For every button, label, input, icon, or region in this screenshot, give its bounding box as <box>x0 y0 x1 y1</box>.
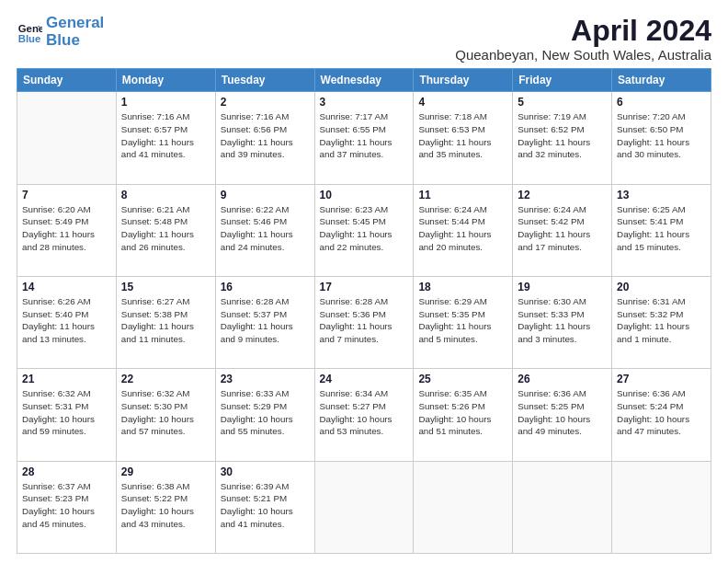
table-row: 26Sunrise: 6:36 AM Sunset: 5:25 PM Dayli… <box>513 369 612 461</box>
day-info: Sunrise: 7:18 AM Sunset: 6:53 PM Dayligh… <box>418 110 507 161</box>
table-row: 15Sunrise: 6:27 AM Sunset: 5:38 PM Dayli… <box>116 276 215 368</box>
table-row: 18Sunrise: 6:29 AM Sunset: 5:35 PM Dayli… <box>414 276 513 368</box>
logo: General Blue GeneralBlue <box>17 15 104 49</box>
table-row: 23Sunrise: 6:33 AM Sunset: 5:29 PM Dayli… <box>215 369 314 461</box>
day-info: Sunrise: 6:38 AM Sunset: 5:22 PM Dayligh… <box>121 480 210 531</box>
title-block: April 2024 Queanbeyan, New South Wales, … <box>455 15 711 63</box>
col-thursday: Thursday <box>414 69 513 92</box>
day-info: Sunrise: 6:30 AM Sunset: 5:33 PM Dayligh… <box>518 295 607 346</box>
day-number: 5 <box>518 96 607 109</box>
table-row <box>612 461 711 553</box>
table-row: 29Sunrise: 6:38 AM Sunset: 5:22 PM Dayli… <box>116 461 215 553</box>
table-row: 20Sunrise: 6:31 AM Sunset: 5:32 PM Dayli… <box>612 276 711 368</box>
table-row: 2Sunrise: 7:16 AM Sunset: 6:56 PM Daylig… <box>215 92 314 184</box>
col-wednesday: Wednesday <box>314 69 414 92</box>
calendar-header-row: Sunday Monday Tuesday Wednesday Thursday… <box>17 69 711 92</box>
day-number: 2 <box>221 96 310 109</box>
page: General Blue GeneralBlue April 2024 Quea… <box>0 0 728 563</box>
table-row: 24Sunrise: 6:34 AM Sunset: 5:27 PM Dayli… <box>314 369 414 461</box>
day-number: 19 <box>518 281 607 293</box>
day-number: 9 <box>221 189 310 201</box>
table-row: 19Sunrise: 6:30 AM Sunset: 5:33 PM Dayli… <box>513 276 612 368</box>
day-info: Sunrise: 6:31 AM Sunset: 5:32 PM Dayligh… <box>617 295 706 346</box>
table-row: 10Sunrise: 6:23 AM Sunset: 5:45 PM Dayli… <box>314 184 414 276</box>
day-number: 29 <box>121 465 210 478</box>
table-row: 4Sunrise: 7:18 AM Sunset: 6:53 PM Daylig… <box>414 92 513 184</box>
day-info: Sunrise: 6:23 AM Sunset: 5:45 PM Dayligh… <box>320 203 409 254</box>
table-row: 17Sunrise: 6:28 AM Sunset: 5:36 PM Dayli… <box>314 276 414 368</box>
day-number: 1 <box>121 96 210 109</box>
table-row <box>414 461 513 553</box>
day-info: Sunrise: 6:28 AM Sunset: 5:37 PM Dayligh… <box>221 295 310 346</box>
day-info: Sunrise: 7:17 AM Sunset: 6:55 PM Dayligh… <box>320 110 409 161</box>
table-row: 16Sunrise: 6:28 AM Sunset: 5:37 PM Dayli… <box>215 276 314 368</box>
calendar-table: Sunday Monday Tuesday Wednesday Thursday… <box>17 68 711 554</box>
day-number: 4 <box>418 96 507 109</box>
day-number: 30 <box>221 465 310 478</box>
day-info: Sunrise: 7:20 AM Sunset: 6:50 PM Dayligh… <box>617 110 706 161</box>
table-row: 8Sunrise: 6:21 AM Sunset: 5:48 PM Daylig… <box>116 184 215 276</box>
day-info: Sunrise: 6:25 AM Sunset: 5:41 PM Dayligh… <box>617 203 706 254</box>
day-number: 8 <box>121 189 210 201</box>
day-number: 28 <box>22 465 111 478</box>
day-number: 25 <box>418 373 507 385</box>
table-row: 1Sunrise: 7:16 AM Sunset: 6:57 PM Daylig… <box>116 92 215 184</box>
day-number: 3 <box>320 96 409 109</box>
day-info: Sunrise: 6:33 AM Sunset: 5:29 PM Dayligh… <box>221 387 310 438</box>
day-info: Sunrise: 6:21 AM Sunset: 5:48 PM Dayligh… <box>121 203 210 254</box>
day-number: 24 <box>320 373 409 385</box>
table-row: 9Sunrise: 6:22 AM Sunset: 5:46 PM Daylig… <box>215 184 314 276</box>
day-info: Sunrise: 7:16 AM Sunset: 6:57 PM Dayligh… <box>121 110 210 161</box>
svg-text:Blue: Blue <box>18 32 41 43</box>
day-number: 23 <box>221 373 310 385</box>
header: General Blue GeneralBlue April 2024 Quea… <box>17 15 711 63</box>
day-number: 27 <box>617 373 706 385</box>
day-info: Sunrise: 6:24 AM Sunset: 5:42 PM Dayligh… <box>518 203 607 254</box>
table-row <box>513 461 612 553</box>
day-info: Sunrise: 6:27 AM Sunset: 5:38 PM Dayligh… <box>121 295 210 346</box>
table-row: 7Sunrise: 6:20 AM Sunset: 5:49 PM Daylig… <box>17 184 117 276</box>
col-friday: Friday <box>513 69 612 92</box>
day-info: Sunrise: 6:22 AM Sunset: 5:46 PM Dayligh… <box>221 203 310 254</box>
table-row: 14Sunrise: 6:26 AM Sunset: 5:40 PM Dayli… <box>17 276 117 368</box>
day-info: Sunrise: 6:34 AM Sunset: 5:27 PM Dayligh… <box>320 387 409 438</box>
day-number: 22 <box>121 373 210 385</box>
table-row: 25Sunrise: 6:35 AM Sunset: 5:26 PM Dayli… <box>414 369 513 461</box>
table-row: 27Sunrise: 6:36 AM Sunset: 5:24 PM Dayli… <box>612 369 711 461</box>
calendar-title: April 2024 <box>455 15 711 47</box>
day-info: Sunrise: 6:24 AM Sunset: 5:44 PM Dayligh… <box>418 203 507 254</box>
day-number: 6 <box>617 96 706 109</box>
table-row: 3Sunrise: 7:17 AM Sunset: 6:55 PM Daylig… <box>314 92 414 184</box>
day-number: 18 <box>418 281 507 293</box>
day-info: Sunrise: 7:19 AM Sunset: 6:52 PM Dayligh… <box>518 110 607 161</box>
day-info: Sunrise: 6:39 AM Sunset: 5:21 PM Dayligh… <box>221 480 310 531</box>
day-number: 26 <box>518 373 607 385</box>
day-number: 13 <box>617 189 706 201</box>
table-row: 30Sunrise: 6:39 AM Sunset: 5:21 PM Dayli… <box>215 461 314 553</box>
col-sunday: Sunday <box>17 69 117 92</box>
day-number: 12 <box>518 189 607 201</box>
col-saturday: Saturday <box>612 69 711 92</box>
day-number: 15 <box>121 281 210 293</box>
table-row: 22Sunrise: 6:32 AM Sunset: 5:30 PM Dayli… <box>116 369 215 461</box>
day-number: 16 <box>221 281 310 293</box>
day-info: Sunrise: 6:37 AM Sunset: 5:23 PM Dayligh… <box>22 480 111 531</box>
table-row: 6Sunrise: 7:20 AM Sunset: 6:50 PM Daylig… <box>612 92 711 184</box>
table-row <box>314 461 414 553</box>
day-number: 14 <box>22 281 111 293</box>
day-info: Sunrise: 6:32 AM Sunset: 5:31 PM Dayligh… <box>22 387 111 438</box>
day-info: Sunrise: 6:26 AM Sunset: 5:40 PM Dayligh… <box>22 295 111 346</box>
day-info: Sunrise: 6:20 AM Sunset: 5:49 PM Dayligh… <box>22 203 111 254</box>
day-number: 20 <box>617 281 706 293</box>
day-number: 7 <box>22 189 111 201</box>
day-info: Sunrise: 6:28 AM Sunset: 5:36 PM Dayligh… <box>320 295 409 346</box>
logo-icon: General Blue <box>17 19 42 45</box>
day-info: Sunrise: 6:35 AM Sunset: 5:26 PM Dayligh… <box>418 387 507 438</box>
table-row: 11Sunrise: 6:24 AM Sunset: 5:44 PM Dayli… <box>414 184 513 276</box>
col-tuesday: Tuesday <box>215 69 314 92</box>
day-info: Sunrise: 7:16 AM Sunset: 6:56 PM Dayligh… <box>221 110 310 161</box>
day-info: Sunrise: 6:29 AM Sunset: 5:35 PM Dayligh… <box>418 295 507 346</box>
col-monday: Monday <box>116 69 215 92</box>
day-info: Sunrise: 6:36 AM Sunset: 5:24 PM Dayligh… <box>617 387 706 438</box>
day-number: 21 <box>22 373 111 385</box>
